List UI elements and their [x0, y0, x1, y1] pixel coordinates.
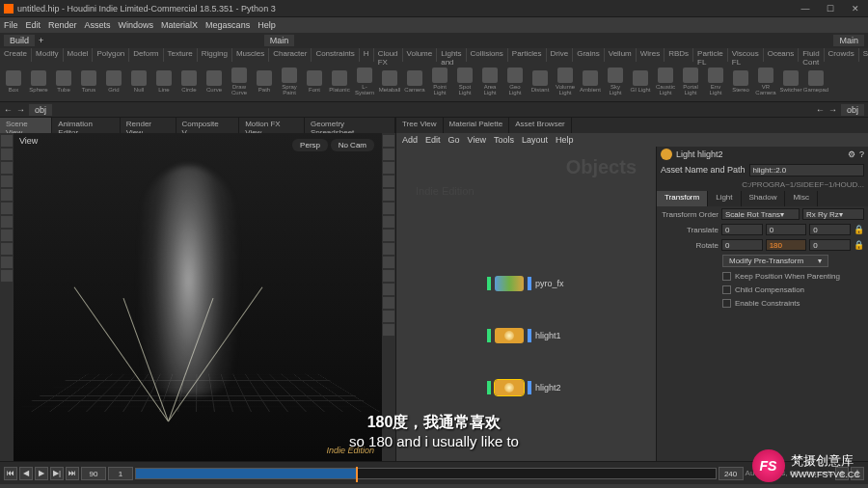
menu-edit[interactable]: Edit — [26, 20, 41, 30]
shelf-tab[interactable]: Grains — [573, 48, 605, 62]
shelf-tool[interactable]: Spray Paint — [278, 64, 301, 98]
asset-path-field[interactable] — [749, 164, 864, 176]
shelf-tool[interactable]: VR Camera — [754, 64, 777, 98]
shelf-tab[interactable]: Create — [0, 48, 32, 62]
shelf-tab[interactable]: Deform — [129, 48, 163, 62]
check-constraints[interactable]: Enable Constraints — [657, 296, 868, 310]
net-menu-edit[interactable]: Edit — [425, 135, 441, 145]
shelf-tool[interactable]: Caustic Light — [654, 64, 677, 98]
node-body[interactable] — [495, 276, 524, 291]
vp-tool[interactable] — [1, 216, 13, 228]
vp-tool[interactable] — [383, 176, 394, 187]
menu-help[interactable]: Help — [258, 20, 276, 30]
play-button[interactable]: ▶ — [35, 467, 48, 480]
shelf-tool[interactable]: Line — [152, 64, 176, 98]
frame-end-field[interactable]: 240 — [719, 467, 744, 480]
path-fwd-icon-r[interactable]: → — [828, 105, 837, 115]
camera-persp-button[interactable]: Persp — [292, 139, 328, 151]
path-segment-r[interactable]: obj — [841, 104, 864, 116]
shelf-tool[interactable]: Torus — [77, 64, 100, 98]
tab-misc[interactable]: Misc — [785, 191, 817, 206]
tab-motionfx[interactable]: Motion FX View — [239, 118, 305, 133]
vp-tool[interactable] — [1, 203, 13, 214]
shelf-tool[interactable]: Ambient — [579, 64, 602, 98]
translate-x-field[interactable]: 0 — [721, 224, 763, 235]
vp-tool[interactable] — [1, 230, 13, 241]
vp-tool[interactable] — [383, 135, 394, 147]
camera-select-button[interactable]: No Cam — [331, 139, 374, 151]
node-pyro-fx[interactable]: pyro_fx — [489, 276, 564, 291]
shelf-tool[interactable]: L-System — [353, 64, 376, 98]
vp-tool[interactable] — [1, 270, 13, 282]
vp-tool[interactable] — [1, 149, 13, 160]
shelf-tab[interactable]: Model — [64, 48, 94, 62]
tab-composite[interactable]: Composite V… — [176, 118, 240, 133]
shelf-tab[interactable]: Solid — [859, 48, 868, 62]
tab-anim-editor[interactable]: Animation Editor — [52, 118, 121, 133]
tab-material-palette[interactable]: Material Palette — [444, 118, 510, 133]
shelf-tab[interactable]: Constraints — [312, 48, 359, 62]
shelf-tool[interactable]: Curve — [203, 64, 226, 98]
vp-tool[interactable] — [383, 149, 394, 160]
frame-current-field[interactable]: 90 — [81, 467, 106, 480]
shelf-tool[interactable]: Draw Curve — [228, 64, 251, 98]
checkbox-icon[interactable] — [722, 272, 731, 281]
shelf-tab[interactable]: Rigging — [198, 48, 232, 62]
lock-icon[interactable]: 🔒 — [854, 225, 864, 234]
net-menu-go[interactable]: Go — [448, 135, 460, 145]
play-prev-button[interactable]: ◀ — [19, 467, 33, 480]
menu-render[interactable]: Render — [48, 20, 77, 30]
shelf-tab[interactable]: Collisions — [467, 48, 508, 62]
shelf-tab[interactable]: Polygon — [93, 48, 129, 62]
lock-icon[interactable]: 🔒 — [854, 240, 864, 250]
tab-transform[interactable]: Transform — [657, 191, 708, 206]
node-body[interactable] — [495, 380, 524, 395]
viewport-3d[interactable]: View Persp No Cam Indie Edition — [14, 133, 382, 461]
shelf-tab[interactable]: RBDs — [665, 48, 693, 62]
vp-tool[interactable] — [383, 257, 394, 268]
tab-main[interactable]: Main — [264, 35, 295, 46]
shelf-tab[interactable]: Texture — [164, 48, 198, 62]
shelf-tab[interactable]: Particles — [508, 48, 547, 62]
tab-light[interactable]: Light — [708, 191, 741, 206]
add-tab-icon[interactable]: + — [39, 36, 43, 45]
net-menu-tools[interactable]: Tools — [494, 135, 514, 145]
node-body[interactable] — [495, 328, 524, 343]
node-hlight1[interactable]: hlight1 — [489, 328, 561, 343]
checkbox-icon[interactable] — [722, 299, 731, 308]
shelf-tool[interactable]: Spot Light — [453, 64, 476, 98]
shelf-tool[interactable]: Env Light — [704, 64, 727, 98]
rotate-y-field[interactable]: 180 — [766, 239, 807, 251]
shelf-tab[interactable]: Crowds — [825, 48, 859, 62]
shelf-tool[interactable]: Tube — [52, 64, 75, 98]
shelf-tab[interactable]: Volume — [403, 48, 438, 62]
shelf-tab[interactable]: Oceans — [764, 48, 800, 62]
shelf-tool[interactable]: Circle — [177, 64, 201, 98]
shelf-tool[interactable]: Area Light — [478, 64, 502, 98]
playhead-icon[interactable] — [356, 467, 358, 482]
net-menu-help[interactable]: Help — [556, 135, 574, 145]
shelf-tool[interactable]: Sphere — [27, 64, 50, 98]
vp-tool[interactable] — [383, 203, 394, 214]
shelf-tab[interactable]: Viscous FL — [728, 48, 764, 62]
shelf-tool[interactable]: Gamepad — [804, 64, 827, 98]
help-icon[interactable]: ? — [859, 149, 864, 159]
vp-tool[interactable] — [383, 324, 394, 336]
tab-asset-browser[interactable]: Asset Browser — [509, 118, 572, 133]
net-menu-view[interactable]: View — [468, 135, 486, 145]
shelf-tab[interactable]: Drive — [547, 48, 574, 62]
net-menu-layout[interactable]: Layout — [522, 135, 548, 145]
shelf-tab[interactable]: Wires — [637, 48, 665, 62]
tab-scene-view[interactable]: Scene View — [0, 118, 52, 133]
vp-tool[interactable] — [1, 162, 13, 174]
play-last-button[interactable]: ⏭ — [66, 467, 79, 480]
shelf-tool[interactable]: Volume Light — [554, 64, 577, 98]
tab-render-view[interactable]: Render View — [121, 118, 176, 133]
shelf-tab[interactable]: Character — [269, 48, 312, 62]
vp-tool[interactable] — [383, 297, 394, 309]
shelf-tool[interactable]: Switcher — [779, 64, 802, 98]
shelf-tab[interactable]: Muscles — [232, 48, 269, 62]
menu-windows[interactable]: Windows — [119, 20, 154, 30]
shelf-tab[interactable]: Fluid Cont — [799, 48, 824, 62]
vp-tool[interactable] — [1, 176, 13, 187]
